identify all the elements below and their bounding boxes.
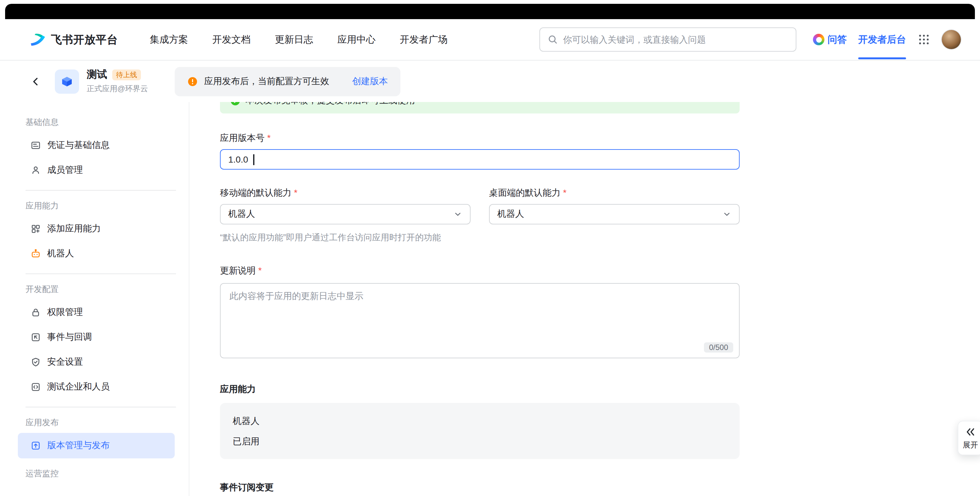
brand-name: 飞书开放平台 [51,32,118,47]
update-notes-wrap: 0/500 [220,283,740,358]
brand[interactable]: 飞书开放平台 [29,31,118,48]
app-meta: 测试 待上线 正式应用@环界云 [87,68,148,94]
required-marker: * [294,188,298,198]
app-capability-title: 应用能力 [220,384,740,395]
sidebar-section-release: 应用发布 [25,416,189,429]
mobile-capability-label: 移动端的默认能力* [220,188,471,199]
sidebar-item-label: 成员管理 [47,164,83,176]
divider [25,407,176,407]
window-titlebar [5,4,975,19]
expand-label: 展开 [963,440,978,451]
sidebar-item-bot[interactable]: 机器人 [0,241,189,266]
capability-status: 已启用 [233,435,727,448]
nav-item-app-center[interactable]: 应用中心 [337,33,375,46]
main-content: 本次发布免审核，提交发布后即可上线使用 应用版本号* 移动端的默认能力* 机器人 [189,102,980,496]
back-icon[interactable] [30,76,41,86]
qa-button[interactable]: 问答 [813,33,847,46]
event-callback-icon [30,332,41,342]
nav-item-docs[interactable]: 开发文档 [212,33,251,46]
alert-text: 应用发布后，当前配置方可生效 [204,76,329,87]
divider [25,190,176,191]
sidebar-item-label: 事件与回调 [47,331,92,343]
create-version-link[interactable]: 创建版本 [352,76,388,87]
sidebar-item-label: 测试企业和人员 [47,381,110,393]
feishu-logo-icon [29,31,46,48]
divider [25,273,176,274]
select-value: 机器人 [228,208,255,220]
sidebar-item-members[interactable]: 成员管理 [0,157,189,182]
sidebar-item-label: 权限管理 [47,306,83,318]
avatar[interactable] [942,30,961,49]
sidebar-item-security[interactable]: 安全设置 [0,349,189,374]
app-bar: 测试 待上线 正式应用@环界云 应用发布后，当前配置方可生效 创建版本 [0,60,980,102]
credential-icon [30,140,41,150]
publish-alert-banner: 应用发布后，当前配置方可生效 创建版本 [175,67,401,96]
event-change-title: 事件订阅变更 [220,482,740,493]
app-icon [55,69,79,94]
nav-item-changelog[interactable]: 更新日志 [275,33,313,46]
version-field[interactable] [221,154,739,164]
update-notes-textarea[interactable] [220,283,740,358]
sidebar-item-label: 凭证与基础信息 [47,139,110,151]
success-text: 本次发布免审核，提交发布后即可上线使用 [245,102,415,107]
lock-icon [30,307,41,317]
code-brackets-icon [30,382,41,392]
check-circle-icon [230,102,240,106]
mobile-capability-select[interactable]: 机器人 [220,204,471,224]
nav-item-dev-plaza[interactable]: 开发者广场 [400,33,448,46]
members-icon [30,165,41,175]
double-chevron-left-icon [965,427,976,437]
sidebar-item-version-release[interactable]: 版本管理与发布 [18,433,175,458]
desktop-capability-label: 桌面端的默认能力* [489,188,740,199]
sidebar-item-label: 添加应用能力 [47,223,101,234]
version-input[interactable] [220,149,740,170]
sidebar-section-capability: 应用能力 [25,200,189,212]
required-marker: * [258,265,262,275]
sidebar-item-add-capability[interactable]: 添加应用能力 [0,216,189,241]
sidebar-section-dev-config: 开发配置 [25,283,189,296]
update-notes-label: 更新说明* [220,265,740,277]
apps-grid-icon[interactable] [918,33,930,46]
char-counter: 0/500 [704,342,733,353]
warning-icon [188,76,198,86]
add-capability-icon [30,223,41,234]
app-subtitle: 正式应用@环界云 [87,84,148,94]
main-nav: 集成方案 开发文档 更新日志 应用中心 开发者广场 [150,33,448,46]
capability-name: 机器人 [233,414,727,427]
header-right: 问答 开发者后台 [813,30,961,49]
sidebar-section-basic: 基础信息 [25,116,189,129]
sidebar-item-label: 安全设置 [47,356,83,367]
site-header: 飞书开放平台 集成方案 开发文档 更新日志 应用中心 开发者广场 问答 开发者后… [0,19,980,60]
sidebar-section-monitoring: 运营监控 [25,467,189,480]
select-value: 机器人 [497,208,524,220]
required-marker: * [267,133,270,143]
qa-label: 问答 [827,33,847,46]
robot-icon [30,248,41,259]
publish-icon [30,440,41,451]
search-box[interactable] [539,27,796,52]
sidebar: 基础信息 凭证与基础信息 成员管理 应用能力 [0,102,189,496]
app-capability-box: 机器人 已启用 [220,403,740,459]
qa-icon [813,34,824,45]
tab-developer-console[interactable]: 开发者后台 [858,33,906,46]
required-marker: * [563,188,566,198]
search-input[interactable] [563,35,788,45]
desktop-capability-select[interactable]: 机器人 [489,204,740,224]
success-banner: 本次发布免审核，提交发布后即可上线使用 [220,102,740,113]
shield-icon [30,357,41,367]
capability-hint: “默认的应用功能”即用户通过工作台访问应用时打开的功能 [220,232,740,243]
sidebar-item-credentials[interactable]: 凭证与基础信息 [0,133,189,157]
nav-item-solutions[interactable]: 集成方案 [150,33,188,46]
sidebar-item-events[interactable]: 事件与回调 [0,324,189,349]
status-badge: 待上线 [112,70,141,80]
sidebar-item-test-org[interactable]: 测试企业和人员 [0,374,189,399]
sidebar-item-label: 机器人 [47,248,74,259]
text-caret [253,154,254,165]
app-name: 测试 [87,68,107,82]
chevron-down-icon [453,210,462,219]
sidebar-item-permissions[interactable]: 权限管理 [0,300,189,324]
version-label: 应用版本号* [220,133,740,144]
chevron-down-icon [722,210,731,219]
expand-drawer-button[interactable]: 展开 [958,421,980,455]
sidebar-item-label: 版本管理与发布 [47,440,110,451]
